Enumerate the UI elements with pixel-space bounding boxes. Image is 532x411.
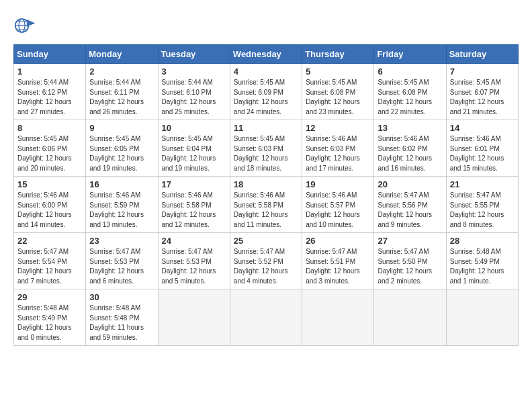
calendar-cell: 19Sunrise: 5:46 AM Sunset: 5:57 PM Dayli…: [302, 177, 374, 233]
calendar-cell: 2Sunrise: 5:44 AM Sunset: 6:11 PM Daylig…: [86, 64, 158, 120]
weekday-header-saturday: Saturday: [446, 45, 518, 64]
day-info: Sunrise: 5:48 AM Sunset: 5:49 PM Dayligh…: [17, 304, 82, 342]
calendar-cell: 24Sunrise: 5:47 AM Sunset: 5:53 PM Dayli…: [158, 233, 230, 289]
calendar-cell: 14Sunrise: 5:46 AM Sunset: 6:01 PM Dayli…: [446, 120, 518, 177]
day-info: Sunrise: 5:46 AM Sunset: 5:58 PM Dayligh…: [234, 191, 298, 230]
day-info: Sunrise: 5:45 AM Sunset: 6:03 PM Dayligh…: [234, 134, 298, 173]
day-info: Sunrise: 5:47 AM Sunset: 5:50 PM Dayligh…: [378, 247, 442, 286]
calendar-cell: 30Sunrise: 5:48 AM Sunset: 5:48 PM Dayli…: [86, 289, 158, 346]
calendar-header-row: SundayMondayTuesdayWednesdayThursdayFrid…: [14, 45, 519, 64]
day-number: 8: [17, 123, 82, 133]
calendar-cell: 18Sunrise: 5:46 AM Sunset: 5:58 PM Dayli…: [230, 177, 302, 233]
day-number: 5: [306, 66, 370, 77]
day-info: Sunrise: 5:47 AM Sunset: 5:55 PM Dayligh…: [450, 191, 515, 230]
calendar-cell: 16Sunrise: 5:46 AM Sunset: 5:59 PM Dayli…: [86, 177, 158, 233]
calendar-cell: 22Sunrise: 5:47 AM Sunset: 5:54 PM Dayli…: [14, 233, 86, 289]
svg-marker-5: [27, 19, 36, 27]
calendar-cell: 15Sunrise: 5:46 AM Sunset: 6:00 PM Dayli…: [14, 177, 86, 233]
calendar-cell: 13Sunrise: 5:46 AM Sunset: 6:02 PM Dayli…: [374, 120, 446, 177]
weekday-header-tuesday: Tuesday: [158, 45, 230, 64]
calendar-week-row: 1Sunrise: 5:44 AM Sunset: 6:12 PM Daylig…: [14, 64, 519, 120]
calendar-cell: 23Sunrise: 5:47 AM Sunset: 5:53 PM Dayli…: [86, 233, 158, 289]
weekday-header-thursday: Thursday: [302, 45, 374, 64]
day-number: 2: [89, 66, 154, 77]
day-number: 23: [89, 236, 154, 246]
weekday-header-wednesday: Wednesday: [230, 45, 302, 64]
calendar-cell: 12Sunrise: 5:46 AM Sunset: 6:03 PM Dayli…: [302, 120, 374, 177]
day-number: 21: [450, 179, 515, 189]
day-info: Sunrise: 5:47 AM Sunset: 5:52 PM Dayligh…: [234, 247, 298, 286]
weekday-header-friday: Friday: [374, 45, 446, 64]
calendar-week-row: 15Sunrise: 5:46 AM Sunset: 6:00 PM Dayli…: [14, 177, 519, 233]
day-number: 24: [162, 236, 226, 246]
day-info: Sunrise: 5:45 AM Sunset: 6:08 PM Dayligh…: [378, 78, 442, 117]
day-number: 19: [306, 179, 370, 189]
day-number: 30: [89, 292, 154, 302]
calendar-cell: 26Sunrise: 5:47 AM Sunset: 5:51 PM Dayli…: [302, 233, 374, 289]
day-info: Sunrise: 5:47 AM Sunset: 5:53 PM Dayligh…: [162, 247, 226, 286]
day-number: 11: [234, 123, 298, 133]
calendar-cell: [374, 289, 446, 346]
day-info: Sunrise: 5:46 AM Sunset: 5:59 PM Dayligh…: [89, 191, 154, 230]
day-number: 10: [162, 123, 226, 133]
day-number: 15: [17, 179, 82, 189]
day-number: 26: [306, 236, 370, 246]
calendar-cell: 28Sunrise: 5:48 AM Sunset: 5:49 PM Dayli…: [446, 233, 518, 289]
calendar-cell: 20Sunrise: 5:47 AM Sunset: 5:56 PM Dayli…: [374, 177, 446, 233]
day-info: Sunrise: 5:47 AM Sunset: 5:51 PM Dayligh…: [306, 247, 370, 286]
calendar-cell: 7Sunrise: 5:45 AM Sunset: 6:07 PM Daylig…: [446, 64, 518, 120]
day-info: Sunrise: 5:46 AM Sunset: 6:03 PM Dayligh…: [306, 134, 370, 173]
calendar-cell: 5Sunrise: 5:45 AM Sunset: 6:08 PM Daylig…: [302, 64, 374, 120]
day-number: 20: [378, 179, 442, 189]
day-info: Sunrise: 5:44 AM Sunset: 6:11 PM Dayligh…: [89, 78, 154, 117]
day-number: 4: [234, 66, 298, 77]
calendar-table: SundayMondayTuesdayWednesdayThursdayFrid…: [13, 44, 519, 346]
calendar-cell: 6Sunrise: 5:45 AM Sunset: 6:08 PM Daylig…: [374, 64, 446, 120]
calendar-cell: 25Sunrise: 5:47 AM Sunset: 5:52 PM Dayli…: [230, 233, 302, 289]
weekday-header-sunday: Sunday: [14, 45, 86, 64]
day-number: 7: [450, 66, 515, 77]
day-info: Sunrise: 5:47 AM Sunset: 5:56 PM Dayligh…: [378, 191, 442, 230]
calendar-cell: 27Sunrise: 5:47 AM Sunset: 5:50 PM Dayli…: [374, 233, 446, 289]
day-info: Sunrise: 5:45 AM Sunset: 6:04 PM Dayligh…: [162, 134, 226, 173]
day-info: Sunrise: 5:47 AM Sunset: 5:53 PM Dayligh…: [89, 247, 154, 286]
calendar-cell: 8Sunrise: 5:45 AM Sunset: 6:06 PM Daylig…: [14, 120, 86, 177]
day-info: Sunrise: 5:45 AM Sunset: 6:08 PM Dayligh…: [306, 78, 370, 117]
day-number: 12: [306, 123, 370, 133]
day-info: Sunrise: 5:44 AM Sunset: 6:12 PM Dayligh…: [17, 78, 82, 117]
day-info: Sunrise: 5:48 AM Sunset: 5:49 PM Dayligh…: [450, 247, 515, 286]
day-info: Sunrise: 5:46 AM Sunset: 5:57 PM Dayligh…: [306, 191, 370, 230]
day-number: 28: [450, 236, 515, 246]
day-info: Sunrise: 5:48 AM Sunset: 5:48 PM Dayligh…: [89, 304, 154, 342]
calendar-cell: [230, 289, 302, 346]
day-number: 18: [234, 179, 298, 189]
logo: [13, 13, 40, 38]
day-number: 6: [378, 66, 442, 77]
day-number: 29: [17, 292, 82, 302]
calendar-cell: 29Sunrise: 5:48 AM Sunset: 5:49 PM Dayli…: [14, 289, 86, 346]
day-number: 22: [17, 236, 82, 246]
calendar-cell: 9Sunrise: 5:45 AM Sunset: 6:05 PM Daylig…: [86, 120, 158, 177]
calendar-cell: 4Sunrise: 5:45 AM Sunset: 6:09 PM Daylig…: [230, 64, 302, 120]
calendar-cell: 21Sunrise: 5:47 AM Sunset: 5:55 PM Dayli…: [446, 177, 518, 233]
day-number: 13: [378, 123, 442, 133]
day-number: 1: [17, 66, 82, 77]
calendar-cell: [446, 289, 518, 346]
day-info: Sunrise: 5:44 AM Sunset: 6:10 PM Dayligh…: [162, 78, 226, 117]
calendar-cell: 11Sunrise: 5:45 AM Sunset: 6:03 PM Dayli…: [230, 120, 302, 177]
day-number: 25: [234, 236, 298, 246]
day-number: 9: [89, 123, 154, 133]
day-number: 3: [162, 66, 226, 77]
day-number: 16: [89, 179, 154, 189]
calendar-cell: 1Sunrise: 5:44 AM Sunset: 6:12 PM Daylig…: [14, 64, 86, 120]
day-info: Sunrise: 5:45 AM Sunset: 6:06 PM Dayligh…: [17, 134, 82, 173]
calendar-cell: [158, 289, 230, 346]
calendar-cell: 10Sunrise: 5:45 AM Sunset: 6:04 PM Dayli…: [158, 120, 230, 177]
weekday-header-monday: Monday: [86, 45, 158, 64]
calendar-week-row: 22Sunrise: 5:47 AM Sunset: 5:54 PM Dayli…: [14, 233, 519, 289]
day-info: Sunrise: 5:46 AM Sunset: 6:02 PM Dayligh…: [378, 134, 442, 173]
calendar-cell: 17Sunrise: 5:46 AM Sunset: 5:58 PM Dayli…: [158, 177, 230, 233]
day-number: 27: [378, 236, 442, 246]
calendar-week-row: 29Sunrise: 5:48 AM Sunset: 5:49 PM Dayli…: [14, 289, 519, 346]
page-header: [13, 13, 519, 38]
